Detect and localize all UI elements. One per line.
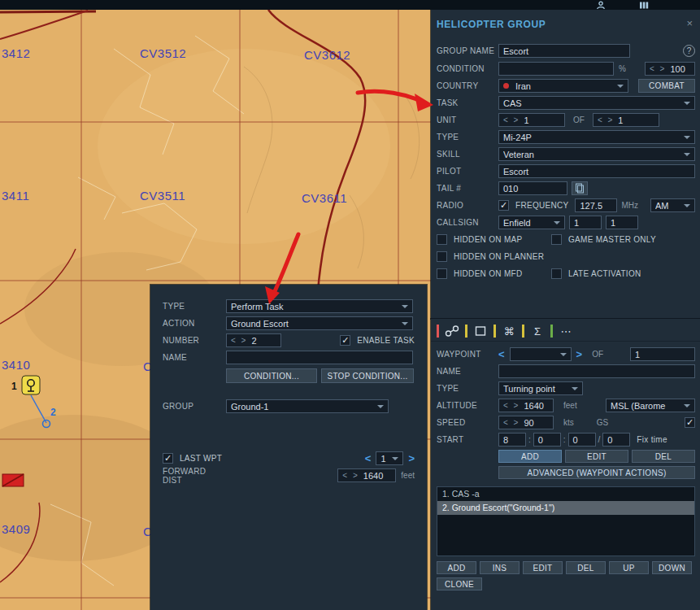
- wp-type-value: Turning point: [503, 384, 568, 394]
- start-minutes-input[interactable]: 0: [533, 433, 561, 447]
- spinner-arrows-icon[interactable]: < >: [342, 471, 359, 480]
- mission-editor: 3412 CV3512 CV3612 3411 CV3511 CV3611 34…: [0, 0, 700, 610]
- waypoint-prev-icon[interactable]: <: [498, 348, 505, 360]
- ground-unit-icon[interactable]: [2, 474, 24, 486]
- clone-button[interactable]: CLONE: [437, 577, 482, 590]
- modulation-select[interactable]: AM: [650, 198, 695, 212]
- frequency-input[interactable]: 127.5: [575, 198, 617, 212]
- spinner-arrows-icon[interactable]: < >: [503, 418, 520, 427]
- spinner-arrows-icon[interactable]: < >: [503, 401, 520, 410]
- unit-count-spinner[interactable]: < > 1: [498, 113, 565, 127]
- altitude-spinner[interactable]: < > 1640: [498, 399, 554, 412]
- group-name-input[interactable]: Escort: [498, 44, 630, 58]
- skill-row: SKILL Veteran: [437, 147, 695, 161]
- speed-spinner[interactable]: < > 90: [498, 416, 554, 429]
- unit-number-label: 1: [11, 381, 17, 392]
- game-master-only-label: GAME MASTER ONLY: [568, 235, 656, 244]
- sum-tool-icon[interactable]: Σ: [529, 325, 546, 338]
- spinner-arrows-icon[interactable]: < >: [598, 115, 614, 124]
- waypoint-total-input[interactable]: 1: [630, 347, 695, 361]
- more-tools-icon[interactable]: ⋯: [558, 325, 574, 338]
- wp-edit-button[interactable]: EDIT: [565, 450, 628, 463]
- wp-del-button[interactable]: DEL: [632, 450, 695, 463]
- unit-total-spinner[interactable]: < > 1: [593, 113, 659, 127]
- tail-number-input[interactable]: 010: [498, 181, 567, 195]
- waypoint-toolbar: ⌘ Σ ⋯: [437, 324, 574, 338]
- task-group-select[interactable]: Ground-1: [226, 399, 389, 413]
- late-activation-checkbox[interactable]: [551, 268, 562, 279]
- altitude-reference-value: MSL (Barome: [611, 401, 680, 411]
- wpt-prev-icon[interactable]: <: [365, 452, 372, 464]
- copy-button[interactable]: [572, 181, 588, 195]
- task-group-row: GROUP Ground-1: [163, 399, 415, 413]
- task-name-input[interactable]: [226, 351, 413, 364]
- top-menubar: [0, 0, 700, 10]
- task-number-value: 2: [251, 336, 256, 346]
- enable-task-checkbox[interactable]: [340, 335, 350, 346]
- start-seconds-input[interactable]: 0: [568, 433, 596, 447]
- list-ins-button[interactable]: INS: [480, 561, 520, 574]
- advanced-actions-button[interactable]: ADVANCED (WAYPOINT ACTIONS): [498, 466, 695, 479]
- task-group-label: GROUP: [163, 402, 226, 411]
- actions-list: 1. CAS -a 2. Ground Escort("Ground-1"): [437, 486, 695, 556]
- task-select[interactable]: CAS: [498, 96, 695, 110]
- radio-checkbox[interactable]: [498, 200, 509, 211]
- action-list-item-selected[interactable]: 2. Ground Escort("Ground-1"): [437, 501, 694, 515]
- wp-type-select[interactable]: Turning point: [498, 381, 583, 395]
- wp-add-button[interactable]: ADD: [498, 450, 562, 463]
- callsign-number-input[interactable]: 1: [606, 216, 638, 229]
- combat-button[interactable]: COMBAT: [638, 79, 695, 93]
- route-mode-icon[interactable]: [444, 325, 460, 338]
- callsign-select[interactable]: Enfield: [498, 216, 565, 229]
- start-hours-input[interactable]: 8: [498, 433, 526, 447]
- type-label: TYPE: [437, 133, 498, 142]
- type-select[interactable]: Mi-24P: [498, 130, 695, 144]
- pilot-input[interactable]: Escort: [498, 164, 695, 178]
- country-value: Iran: [515, 81, 614, 91]
- condition-spinner[interactable]: < > 100: [645, 62, 695, 76]
- command-tool-icon[interactable]: ⌘: [501, 325, 517, 338]
- altitude-reference-select[interactable]: MSL (Barome: [606, 399, 695, 412]
- hidden-on-map-checkbox[interactable]: [437, 234, 447, 245]
- wpt-next-icon[interactable]: >: [408, 452, 415, 464]
- help-icon[interactable]: ?: [683, 45, 695, 57]
- list-up-button[interactable]: UP: [609, 561, 649, 574]
- spinner-arrows-icon[interactable]: < >: [503, 115, 520, 124]
- list-del-button[interactable]: DEL: [566, 561, 606, 574]
- last-wpt-checkbox[interactable]: [163, 453, 173, 464]
- radio-row: RADIO FREQUENCY 127.5 MHz AM: [437, 198, 695, 212]
- last-wpt-label: LAST WPT: [180, 454, 222, 463]
- spinner-arrows-icon[interactable]: < >: [231, 336, 247, 345]
- close-icon[interactable]: ×: [686, 17, 693, 29]
- condition-input[interactable]: [498, 62, 614, 76]
- forward-dist-spinner[interactable]: < > 1640: [337, 468, 396, 482]
- speed-lock-checkbox[interactable]: [685, 417, 695, 428]
- list-edit-button[interactable]: EDIT: [523, 561, 563, 574]
- hidden-on-mfd-checkbox[interactable]: [437, 268, 447, 279]
- skill-select[interactable]: Veteran: [498, 147, 695, 161]
- hidden-on-planner-checkbox[interactable]: [437, 251, 447, 262]
- list-add-button[interactable]: ADD: [437, 561, 476, 574]
- callsign-flight-input[interactable]: 1: [569, 216, 602, 229]
- action-list-item[interactable]: 1. CAS -a: [437, 487, 694, 501]
- game-master-only-checkbox[interactable]: [551, 234, 562, 245]
- helicopter-unit-icon[interactable]: [22, 376, 40, 394]
- user-icon[interactable]: [596, 1, 606, 10]
- select-zone-icon[interactable]: [472, 325, 489, 338]
- list-down-button[interactable]: DOWN: [652, 561, 692, 574]
- spinner-arrows-icon[interactable]: < >: [650, 64, 666, 73]
- last-wpt-select[interactable]: 1: [376, 451, 403, 465]
- waypoint-next-icon[interactable]: >: [576, 348, 583, 360]
- columns-icon[interactable]: [639, 1, 649, 10]
- task-action-select[interactable]: Ground Escort: [226, 316, 413, 330]
- country-select[interactable]: Iran: [498, 79, 628, 93]
- type-row: TYPE Mi-24P: [437, 130, 695, 144]
- task-type-select[interactable]: Perform Task: [226, 299, 413, 313]
- stop-condition-button[interactable]: STOP CONDITION...: [321, 368, 414, 383]
- task-number-spinner[interactable]: < > 2: [226, 333, 281, 347]
- dropdown-caret-icon: [392, 457, 398, 460]
- condition-button[interactable]: CONDITION...: [226, 368, 317, 383]
- wp-name-input[interactable]: [498, 364, 695, 378]
- start-day-input[interactable]: 0: [602, 433, 630, 447]
- waypoint-select[interactable]: [510, 347, 572, 361]
